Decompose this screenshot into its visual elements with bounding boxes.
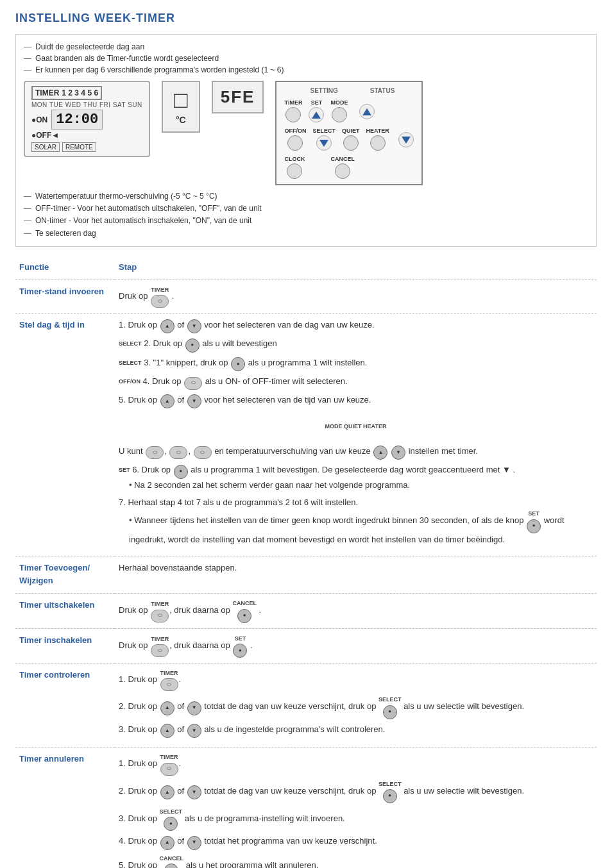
down-ann-4[interactable]: ▼	[187, 836, 201, 850]
status-down-ctrl	[398, 131, 414, 147]
set-btn-6[interactable]: ●	[174, 465, 188, 479]
clock-circle[interactable]	[287, 163, 302, 179]
select-btn-ctrl2: SELECT ●	[378, 695, 402, 719]
select-triangle[interactable]	[316, 135, 332, 151]
up-btn-1[interactable]: ▲	[160, 319, 174, 333]
status-up-ctrl	[359, 103, 375, 119]
intro-box: Duidt de geselecteerde dag aan Gaat bran…	[15, 34, 597, 247]
cancel-circle[interactable]	[335, 163, 350, 179]
select-circle-ann3[interactable]: ●	[164, 817, 178, 831]
quiet-ctrl: QUIET	[342, 128, 360, 151]
down-btn-5[interactable]: ▼	[187, 394, 201, 408]
up-btn-5[interactable]: ▲	[160, 394, 174, 408]
up-ann-2[interactable]: ▲	[160, 785, 174, 799]
step-6-bullet: Na 2 seconden zal het scherm verder gaan…	[129, 479, 593, 492]
timer-stand-label: Timer-stand invoeren	[15, 280, 115, 313]
select-circle-ann2[interactable]: ●	[383, 789, 397, 803]
timer-circle[interactable]	[285, 107, 301, 122]
timer-ctrl-label: TIMER	[284, 99, 302, 106]
table-row-timer-toev: Timer Toevoegen/Wijzigen Herhaal bovenst…	[15, 556, 597, 594]
stel-dag-step-list: 1. Druk op ▲ of ▼ voor het selecteren va…	[119, 319, 593, 547]
heater-circle[interactable]	[370, 135, 386, 151]
annot-line-2: Gaat branden als de Timer-functie wordt …	[24, 53, 588, 64]
step-5: 5. Druk op ▲ of ▼ voor het selecteren va…	[119, 394, 593, 460]
ann-step-3: 3. Druk op SELECT ● als u de programma-i…	[119, 807, 593, 831]
status-triangle-down[interactable]	[398, 132, 414, 147]
cancel-ctrl-label: CANCEL	[330, 156, 355, 162]
quiet-ctrl-label: QUIET	[342, 128, 360, 134]
timer-in-steps: Druk op TIMER ⬭ , druk daarna op SET ● .	[115, 628, 597, 663]
down-ctrl-3[interactable]: ▼	[187, 724, 201, 738]
offon-ctrl: OFF/ON	[284, 128, 306, 151]
quiet-circle[interactable]	[343, 135, 359, 151]
timer-label: TIMER	[35, 88, 59, 97]
up-small-5[interactable]: ▲	[373, 446, 387, 460]
timer-oval-btn[interactable]: ⬭	[151, 295, 169, 308]
up-ctrl-3[interactable]: ▲	[160, 724, 174, 738]
step-4: OFF/ON 4. Druk op ⬭ als u ON- of OFF-tim…	[119, 375, 593, 389]
cancel-circle-uit[interactable]: ●	[237, 609, 251, 623]
sub-annot-4: Te selecteren dag	[24, 228, 588, 240]
timer-uit-label: Timer uitschakelen	[15, 594, 115, 628]
control-panel: SETTING STATUS TIMER SET MODE	[275, 81, 422, 185]
ann-step-1: 1. Druk op TIMER ⬭ .	[119, 753, 593, 775]
offon-circle[interactable]	[287, 135, 303, 151]
mode-circle[interactable]	[332, 107, 347, 122]
select-circle-ctrl2[interactable]: ●	[383, 705, 397, 719]
timer-oval-ctrl1[interactable]: ⬭	[160, 678, 178, 691]
sub-annot-3: ON-timer - Voor het automatisch inschake…	[24, 215, 588, 227]
select-btn-2[interactable]: ●	[185, 338, 200, 353]
timer-oval-ann1[interactable]: ⬭	[160, 763, 178, 776]
mode-ctrl-label: MODE	[330, 99, 348, 106]
set-label-6: SET	[119, 465, 130, 475]
table-row-timer-ctrl: Timer controleren 1. Druk op TIMER ⬭ . 2…	[15, 663, 597, 747]
set-circle-in[interactable]: ●	[233, 644, 247, 658]
set-btn-in: SET ●	[232, 634, 248, 658]
up-ann-4[interactable]: ▲	[160, 836, 174, 850]
on-label: ●ON	[31, 115, 47, 124]
mode-btn-5[interactable]: ⬭	[146, 446, 164, 459]
timer-nums: 1 2 3 4 5 6	[62, 88, 98, 97]
setting-label: SETTING	[310, 87, 337, 94]
status-triangle-up[interactable]	[359, 104, 375, 119]
timer-toev-steps: Herhaal bovenstaande stappen.	[115, 556, 597, 594]
offon-ctrl-label: OFF/ON	[284, 128, 306, 134]
remote-label: REMOTE	[62, 142, 96, 152]
timer-oval-in[interactable]: ⬭	[151, 644, 169, 657]
table-row-timer-stand: Timer-stand invoeren Druk op TIMER ⬭ .	[15, 280, 597, 313]
stel-dag-steps: 1. Druk op ▲ of ▼ voor het selecteren va…	[115, 313, 597, 556]
quiet-btn-5[interactable]: ⬭	[169, 446, 187, 459]
select-btn-ann3: SELECT ●	[160, 807, 183, 831]
step-7: 7. Herhaal stap 4 tot 7 als u de program…	[119, 496, 593, 547]
ctrl-step-list: 1. Druk op TIMER ⬭ . 2. Druk op ▲ of ▼ t…	[119, 669, 593, 738]
ctrl-step-3: 3. Druk op ▲ of ▼ als u de ingestelde pr…	[119, 723, 593, 738]
select-label-2: SELECT	[119, 339, 142, 349]
sub-annotations: Watertemperatuur thermo-verschuiving (-5…	[24, 190, 588, 240]
timer-btn-uit: TIMER ⬭	[150, 599, 169, 622]
down-ann-2[interactable]: ▼	[187, 785, 201, 799]
timer-btn-in: TIMER ⬭	[150, 635, 169, 657]
control-row-1: TIMER SET MODE	[284, 99, 413, 122]
solar-remote-row: SOLAR REMOTE	[31, 142, 142, 152]
offon-btn-4[interactable]: ⬭	[184, 377, 202, 390]
mode-display: 5FE	[212, 81, 264, 113]
timer-oval-uit[interactable]: ⬭	[151, 610, 169, 622]
clock-ctrl: CLOCK	[284, 156, 305, 179]
set-btn-7[interactable]: ●	[527, 519, 541, 533]
step-5-subtext: MODE QUIET HEATER U kunt ⬭, ⬭, ⬭ en temp…	[119, 422, 593, 456]
cancel-btn-ann5: CANCEL ●	[160, 854, 184, 868]
timer-label-above: TIMER	[151, 285, 169, 294]
down-btn-1[interactable]: ▼	[187, 319, 201, 333]
setting-status-headers: SETTING STATUS	[284, 87, 413, 94]
down-small-5[interactable]: ▼	[391, 446, 405, 460]
temp-unit: °C	[176, 115, 186, 125]
timer-btn-inline-stand: TIMER ⬭	[150, 285, 169, 308]
down-ctrl-2[interactable]: ▼	[187, 701, 201, 715]
cancel-circle-ann5[interactable]: ●	[164, 864, 178, 868]
select-btn-3[interactable]: ●	[231, 357, 245, 371]
up-ctrl-2[interactable]: ▲	[160, 701, 174, 715]
ctrl-step-2: 2. Druk op ▲ of ▼ totdat de dag van uw k…	[119, 695, 593, 719]
set-triangle[interactable]	[309, 107, 324, 122]
stel-dag-label: Stel dag & tijd in	[15, 313, 115, 556]
heater-btn-5[interactable]: ⬭	[194, 446, 212, 459]
